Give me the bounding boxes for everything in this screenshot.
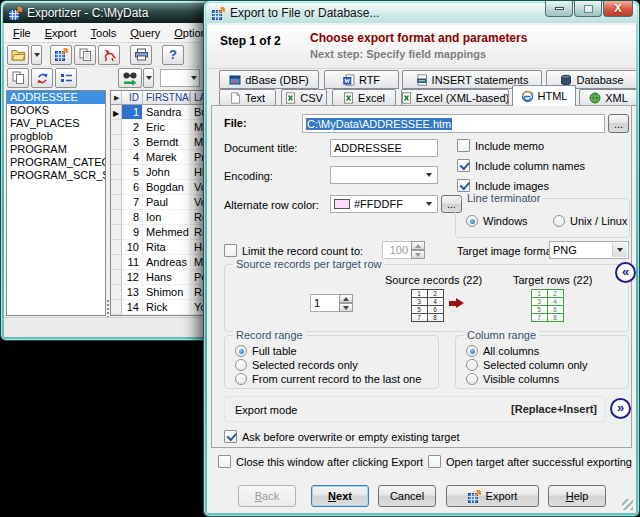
tab-label: XML — [605, 92, 628, 104]
caption-buttons: X — [544, 1, 633, 17]
unix-linux-radio[interactable] — [553, 215, 565, 227]
find-button[interactable] — [118, 68, 142, 88]
list-item-fav-places[interactable]: FAV_PLACES — [7, 117, 105, 130]
close-button[interactable]: X — [603, 1, 633, 17]
tab-rtf[interactable]: RTF — [324, 70, 399, 89]
back-button[interactable]: Back — [238, 485, 296, 507]
tab-html-active[interactable]: HTML — [512, 85, 576, 106]
selected-column-radio[interactable] — [466, 359, 478, 371]
record-range-label: Record range — [233, 329, 306, 341]
all-columns-radio[interactable] — [466, 345, 478, 357]
dropdown-arrow-icon — [146, 76, 152, 80]
refresh-button[interactable] — [31, 68, 53, 88]
spin-up-icon[interactable] — [339, 294, 353, 303]
source-records-count-label: Source records (22) — [385, 274, 482, 286]
tab-csv[interactable]: CSV — [281, 89, 327, 106]
combo-arrow — [421, 168, 436, 182]
menu-query[interactable]: Query — [123, 24, 167, 42]
list-item-program-scr-shot[interactable]: PROGRAM_SCR_SHOT — [7, 169, 105, 182]
ask-before-overwrite-checkbox[interactable] — [224, 430, 237, 443]
open-target-checkbox[interactable] — [428, 455, 441, 468]
exportizer-title: Exportizer - C:\MyData — [27, 6, 148, 20]
include-column-names-checkbox[interactable] — [457, 159, 470, 172]
spin-up-icon[interactable] — [411, 241, 425, 250]
from-current-record-label: From current record to the last one — [252, 373, 421, 385]
limit-count-input[interactable]: 100 — [382, 241, 412, 259]
list-item-addressee[interactable]: ADDRESSEE — [7, 91, 105, 104]
expand-export-mode-button[interactable]: » — [610, 398, 631, 419]
from-current-record-radio[interactable] — [235, 373, 247, 385]
copy-icon — [12, 71, 25, 85]
visible-columns-radio[interactable] — [466, 373, 478, 385]
source-records-group-label: Source records per target row — [233, 258, 385, 270]
export-data-button[interactable] — [50, 45, 72, 65]
tab-label: INSERT statements — [432, 74, 529, 86]
menu-export[interactable]: Export — [38, 24, 84, 42]
encoding-combo[interactable] — [330, 166, 438, 184]
alt-row-color-combo[interactable]: #FFDDFF — [330, 195, 438, 213]
list-item-progblob[interactable]: progblob — [7, 130, 105, 143]
limit-count-spinner[interactable] — [411, 241, 425, 259]
limit-record-count-checkbox[interactable] — [224, 244, 237, 257]
next-button[interactable]: Next — [311, 485, 369, 507]
tab-xml[interactable]: XML — [579, 89, 636, 106]
menu-file[interactable]: File — [6, 24, 38, 42]
grid-header-id[interactable]: ID — [122, 91, 143, 105]
records-per-row-input[interactable]: 1 — [310, 294, 340, 312]
binoculars-icon — [122, 72, 138, 85]
open-database-dropdown[interactable] — [31, 45, 42, 65]
resize-grip[interactable] — [622, 499, 633, 510]
tab-dbase[interactable]: dBase (DBF) — [219, 70, 319, 89]
file-input[interactable]: C:\MyData\ADDRESSEE.htm — [302, 114, 605, 133]
spin-down-icon[interactable] — [411, 250, 425, 259]
minimize-button[interactable] — [545, 1, 573, 17]
document-title-input[interactable]: ADDRESSEE — [330, 139, 438, 157]
document-title-value: ADDRESSEE — [334, 142, 402, 154]
file-browse-button[interactable]: ... — [608, 114, 629, 133]
spin-down-icon[interactable] — [339, 303, 353, 312]
list-item-program[interactable]: PROGRAM — [7, 143, 105, 156]
combo-arrow — [612, 243, 627, 257]
tab-excel[interactable]: Excel — [332, 89, 396, 106]
selected-records-radio[interactable] — [235, 359, 247, 371]
tab-label: CSV — [300, 92, 323, 104]
list-item-program-category[interactable]: PROGRAM_CATEGORY — [7, 156, 105, 169]
app-grid-icon — [212, 7, 225, 20]
close-after-export-checkbox[interactable] — [218, 455, 231, 468]
exportizer-titlebar[interactable]: Exportizer - C:\MyData — [3, 3, 227, 23]
menu-tools[interactable]: Tools — [84, 24, 124, 42]
windows-radio-label: Windows — [483, 215, 528, 227]
tab-excel-xml[interactable]: Excel (XML-based) — [401, 89, 509, 106]
view-options-button[interactable] — [55, 68, 77, 88]
copy-table-button[interactable] — [7, 68, 29, 88]
help-button[interactable]: ? — [162, 45, 184, 65]
combo-arrow — [421, 197, 436, 211]
records-per-row-value: 1 — [314, 297, 320, 309]
sql-icon — [416, 74, 428, 86]
find-dropdown[interactable] — [143, 68, 154, 88]
filter-combo[interactable] — [160, 69, 200, 87]
include-images-checkbox[interactable] — [457, 179, 470, 192]
maximize-button[interactable] — [574, 1, 602, 17]
collapse-options-button[interactable]: « — [615, 262, 636, 283]
include-memo-checkbox[interactable] — [457, 139, 470, 152]
list-item-books[interactable]: BOOKS — [7, 104, 105, 117]
line-terminator-label: Line terminator — [464, 192, 543, 204]
help-button[interactable]: Help — [548, 485, 606, 507]
cancel-button[interactable]: Cancel — [378, 485, 436, 507]
exportizer-main-area: ADDRESSEE BOOKS FAV_PLACES progblob PROG… — [4, 89, 226, 317]
limit-count-value: 100 — [390, 244, 408, 256]
open-database-button[interactable] — [7, 45, 29, 65]
print-button[interactable] — [130, 45, 152, 65]
copy-button[interactable] — [74, 45, 96, 65]
target-image-format-combo[interactable]: PNG — [549, 241, 629, 259]
full-table-radio[interactable] — [235, 345, 247, 357]
grid-header-firstname[interactable]: FIRSTNAME — [143, 91, 191, 105]
records-per-row-spinner[interactable] — [339, 294, 353, 312]
windows-radio[interactable] — [466, 215, 478, 227]
html-tab-page: File: C:\MyData\ADDRESSEE.htm ... Docume… — [211, 105, 632, 448]
tab-text[interactable]: Text — [219, 89, 276, 106]
filter-button[interactable] — [98, 45, 120, 65]
source-records-grid-icon: 12 34 56 78 — [411, 289, 443, 319]
export-button[interactable]: Export — [446, 485, 539, 507]
